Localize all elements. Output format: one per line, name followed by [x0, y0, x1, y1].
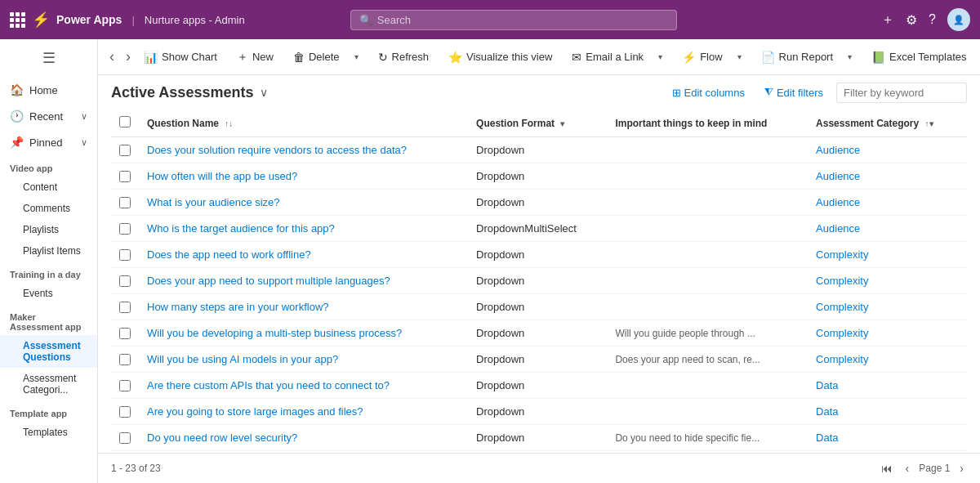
- sidebar-item-templates[interactable]: Templates: [0, 422, 97, 443]
- sidebar-item-playlists[interactable]: Playlists: [0, 219, 97, 240]
- new-button[interactable]: ＋ New: [230, 45, 280, 69]
- category-link[interactable]: Data: [816, 379, 838, 391]
- row-checkbox[interactable]: [119, 171, 131, 182]
- report-icon: 📄: [761, 51, 775, 64]
- row-checkbox[interactable]: [119, 197, 131, 208]
- cell-format: Dropdown: [468, 320, 607, 347]
- sidebar-item-comments[interactable]: Comments: [0, 198, 97, 219]
- excel-templates-chevron[interactable]: ▾: [974, 47, 980, 66]
- waffle-icon[interactable]: [10, 12, 25, 28]
- back-button[interactable]: ‹: [105, 45, 119, 69]
- forward-button[interactable]: ›: [121, 45, 136, 69]
- section-label-maker: Maker Assessment app: [0, 304, 97, 335]
- table-row: Does your app need to support multiple l…: [111, 268, 967, 294]
- category-sort-icon[interactable]: ↑▾: [925, 119, 933, 128]
- name-sort-icon[interactable]: ↑↓: [225, 119, 233, 128]
- command-bar: ‹ › 📊 Show Chart ＋ New 🗑 Delete ▾ ↻: [98, 39, 980, 75]
- sidebar-item-events[interactable]: Events: [0, 283, 97, 304]
- email-link-label: Email a Link: [586, 51, 644, 63]
- cell-format: Dropdown: [468, 373, 607, 399]
- question-name-link[interactable]: Do you need row level security?: [147, 432, 297, 444]
- category-link[interactable]: Audience: [816, 196, 860, 208]
- question-name-link[interactable]: Will you be developing a multi-step busi…: [147, 327, 402, 339]
- sidebar: ☰ 🏠 Home 🕐 Recent ∨ 📌 Pinned ∨ Video app…: [0, 39, 98, 483]
- sidebar-item-pinned[interactable]: 📌 Pinned ∨: [0, 129, 97, 155]
- category-link[interactable]: Audience: [816, 222, 860, 235]
- question-name-link[interactable]: What is your audience size?: [147, 196, 280, 208]
- row-checkbox[interactable]: [119, 145, 131, 156]
- flow-chevron[interactable]: ▾: [731, 47, 748, 66]
- row-checkbox-cell: [111, 137, 139, 163]
- next-page-button[interactable]: ›: [956, 460, 967, 476]
- delete-button[interactable]: 🗑 Delete: [287, 46, 346, 69]
- sidebar-item-recent[interactable]: 🕐 Recent ∨: [0, 103, 97, 129]
- sidebar-label-home: Home: [29, 84, 58, 96]
- sidebar-item-assessment-categories[interactable]: Assessment Categori...: [0, 368, 97, 400]
- row-checkbox[interactable]: [119, 406, 131, 418]
- sidebar-item-content[interactable]: Content: [0, 177, 97, 198]
- flow-button[interactable]: ⚡ Flow: [675, 46, 728, 69]
- select-all-checkbox[interactable]: [119, 116, 131, 127]
- category-link[interactable]: Complexity: [816, 275, 868, 287]
- category-link[interactable]: Data: [816, 432, 838, 444]
- row-checkbox[interactable]: [119, 223, 131, 235]
- category-link[interactable]: Complexity: [816, 248, 868, 261]
- cell-important: [607, 163, 808, 190]
- cell-question-name: Does your solution require vendors to ac…: [139, 137, 468, 163]
- email-link-button[interactable]: ✉ Email a Link: [565, 46, 650, 69]
- show-chart-button[interactable]: 📊 Show Chart: [137, 46, 224, 69]
- row-checkbox[interactable]: [119, 380, 131, 391]
- row-checkbox[interactable]: [119, 249, 131, 261]
- category-link[interactable]: Complexity: [816, 327, 868, 339]
- first-page-button[interactable]: ⏮: [878, 460, 896, 476]
- question-name-link[interactable]: Are you going to store large images and …: [147, 405, 363, 418]
- edit-filters-button[interactable]: ⧨ Edit filters: [758, 82, 830, 103]
- help-icon[interactable]: ?: [929, 12, 936, 27]
- row-checkbox[interactable]: [119, 432, 131, 444]
- question-name-link[interactable]: Will you be using AI models in your app?: [147, 353, 338, 365]
- report-chevron[interactable]: ▾: [841, 47, 858, 66]
- visualize-button[interactable]: ⭐ Visualize this view: [442, 46, 559, 69]
- question-name-link[interactable]: How often will the app be used?: [147, 170, 297, 182]
- table-row: Will you be developing a multi-step busi…: [111, 320, 967, 347]
- question-name-link[interactable]: Does the app need to work offline?: [147, 248, 311, 261]
- run-report-label: Run Report: [779, 51, 833, 63]
- cell-format: Dropdown: [468, 425, 607, 451]
- question-name-link[interactable]: Who is the target audience for this app?: [147, 222, 335, 235]
- search-box[interactable]: 🔍 Search: [350, 10, 677, 30]
- row-checkbox[interactable]: [119, 328, 131, 339]
- prev-page-button[interactable]: ‹: [902, 460, 913, 476]
- refresh-button[interactable]: ↻ Refresh: [372, 46, 436, 69]
- table-row: How many steps are in your workflow? Dro…: [111, 294, 967, 320]
- table-row: Who is the target audience for this app?…: [111, 216, 967, 242]
- sidebar-item-playlist-items[interactable]: Playlist Items: [0, 240, 97, 262]
- filter-keyword-input[interactable]: [836, 83, 967, 103]
- category-link[interactable]: Complexity: [816, 301, 868, 313]
- format-sort-icon[interactable]: ▾: [560, 119, 564, 128]
- category-link[interactable]: Audience: [816, 144, 860, 156]
- question-name-link[interactable]: Are there custom APIs that you need to c…: [147, 379, 390, 391]
- settings-icon[interactable]: ⚙: [906, 12, 917, 28]
- avatar[interactable]: 👤: [947, 8, 970, 31]
- row-checkbox[interactable]: [119, 354, 131, 365]
- cell-question-name: How often will the app be used?: [139, 163, 468, 190]
- question-name-link[interactable]: Does your solution require vendors to ac…: [147, 144, 407, 156]
- category-link[interactable]: Data: [816, 405, 838, 418]
- delete-chevron[interactable]: ▾: [348, 47, 365, 66]
- row-checkbox[interactable]: [119, 302, 131, 313]
- excel-templates-button[interactable]: 📗 Excel Templates: [865, 46, 973, 69]
- question-name-link[interactable]: Does your app need to support multiple l…: [147, 275, 390, 287]
- sidebar-item-home[interactable]: 🏠 Home: [0, 77, 97, 103]
- run-report-button[interactable]: 📄 Run Report: [755, 46, 840, 69]
- add-icon[interactable]: ＋: [881, 11, 894, 29]
- edit-columns-button[interactable]: ⊞ Edit columns: [666, 83, 751, 103]
- cell-question-name: What is your audience size?: [139, 190, 468, 216]
- email-chevron[interactable]: ▾: [652, 47, 669, 66]
- menu-toggle[interactable]: ☰: [0, 39, 97, 77]
- sidebar-item-assessment-questions[interactable]: Assessment Questions: [0, 335, 97, 368]
- category-link[interactable]: Audience: [816, 170, 860, 182]
- page-title-chevron-icon[interactable]: ∨: [260, 86, 268, 99]
- row-checkbox[interactable]: [119, 275, 131, 287]
- question-name-link[interactable]: How many steps are in your workflow?: [147, 301, 329, 313]
- category-link[interactable]: Complexity: [816, 353, 868, 365]
